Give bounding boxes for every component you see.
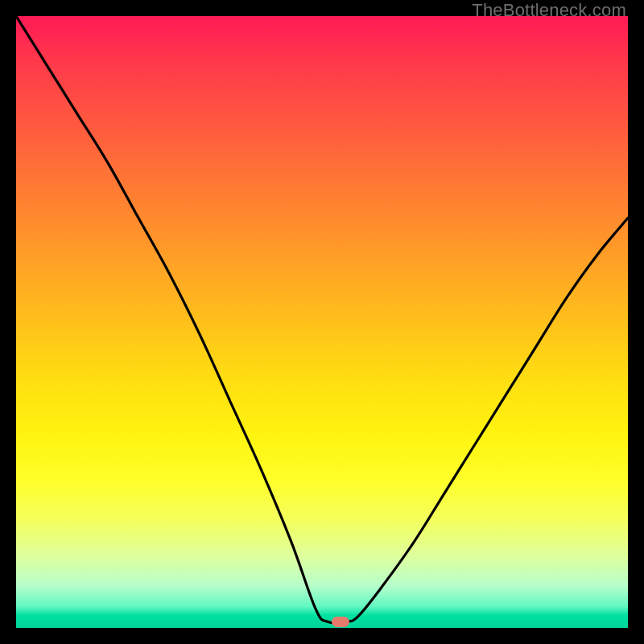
chart-frame: TheBottleneck.com [0,0,644,644]
optimal-marker [332,617,349,627]
bottleneck-curve [16,16,628,628]
plot-area [16,16,628,628]
